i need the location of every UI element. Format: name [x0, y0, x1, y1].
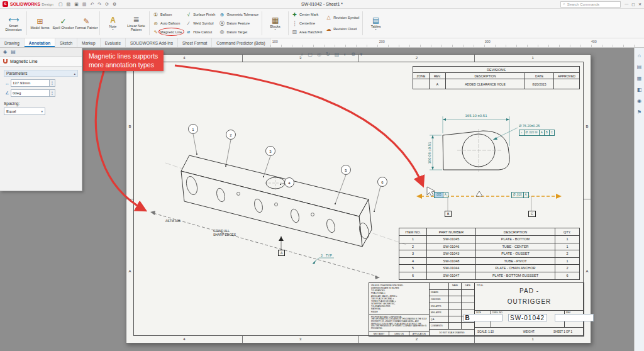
auto-balloon-button[interactable]: ⊙ Auto Balloon	[153, 20, 182, 28]
area-hatch-fill-button[interactable]: ▨ Area Hatch/Fill	[292, 28, 322, 36]
material-note[interactable]: ASTM A36	[165, 219, 180, 223]
property-manager-tab-icon[interactable]: ◈	[3, 49, 7, 55]
hud-more-icon[interactable]: ▾	[360, 52, 362, 58]
dimension-height[interactable]	[430, 135, 442, 170]
feature-control-frame-detail[interactable]: ⌖ Ø .020 Ⓜ A B C	[519, 130, 555, 136]
spell-checker-button[interactable]: ✓ Spell Checker	[52, 10, 75, 36]
feature-control-frame-2[interactable]: Ø .010 A	[511, 192, 529, 198]
tab-sheet-format[interactable]: Sheet Format	[178, 38, 212, 47]
datum-a-box[interactable]: A	[278, 250, 285, 256]
model-items-button[interactable]: ⊞ Model Items	[28, 10, 52, 36]
balloon-6[interactable]	[378, 177, 387, 187]
linear-note-pattern-button[interactable]: ≣ Linear Note Pattern	[125, 10, 148, 36]
rotate-view-icon[interactable]: ↻	[326, 52, 330, 58]
dimension-width[interactable]	[443, 116, 509, 146]
search-commands-input[interactable]: ⌕ Search Commands	[560, 1, 621, 8]
blocks-dropdown-icon[interactable]: ▾	[275, 28, 276, 31]
length-stepper[interactable]: ▴ ▾	[50, 79, 55, 87]
tables-button[interactable]: ▤ Tables ▾	[364, 10, 387, 36]
datum-b-box[interactable]: B	[445, 211, 452, 217]
resources-icon[interactable]: ⌂	[638, 53, 641, 58]
balloon-2[interactable]	[226, 130, 236, 140]
view-palette-icon[interactable]: ◧	[637, 87, 642, 92]
surface-finish-button[interactable]: √ Surface Finish	[186, 11, 215, 19]
grind-note[interactable]: GRIND ALL SHARP EDGES	[213, 229, 236, 237]
centerline-button[interactable]: ┆ Centerline	[292, 20, 322, 28]
magnetic-line-horizontal[interactable]	[416, 187, 562, 211]
balloon-5[interactable]	[341, 165, 351, 175]
revisions-table[interactable]: REVISIONS ZONE REV. DESCRIPTION DATE APP…	[413, 66, 580, 89]
rebuild-icon[interactable]: ⟳	[105, 2, 109, 7]
tab-sketch[interactable]: Sketch	[55, 38, 77, 47]
zoom-area-icon[interactable]: ▢	[308, 52, 313, 58]
angle-input[interactable]	[11, 89, 50, 97]
balloon-1[interactable]	[189, 125, 198, 134]
tab-command-predictor[interactable]: Command Predictor (Beta)	[212, 38, 270, 47]
revision-symbol-button[interactable]: △ Revision Symbol	[326, 13, 359, 21]
minimize-button[interactable]: —	[625, 2, 628, 6]
weld-typ-note[interactable]: TYP	[326, 254, 332, 257]
view-orientation-icon[interactable]: ◎	[317, 52, 321, 58]
balloon-4[interactable]	[285, 178, 294, 187]
isometric-view[interactable]	[181, 155, 372, 247]
note-dropdown-icon[interactable]: ▾	[112, 28, 113, 31]
redo-icon[interactable]: ↷	[97, 2, 101, 7]
design-library-icon[interactable]: ▤	[637, 64, 642, 70]
balloon-button[interactable]: ① Balloon	[153, 11, 182, 19]
graphics-area[interactable]: ⌕ ▢ ◎ ↻ ▤ ◐ ⚙ ▾ 43 21 43 21 BA	[0, 48, 634, 351]
close-button[interactable]: ✕	[638, 2, 641, 6]
magnetic-line-diagonal[interactable]	[153, 213, 377, 276]
length-input[interactable]	[11, 79, 50, 87]
hide-show-icon[interactable]: ◐	[343, 52, 347, 58]
format-painter-button[interactable]: ✎ Format Painter	[75, 10, 98, 36]
spacing-select[interactable]: Equal ▾	[4, 108, 45, 115]
diameter-callout[interactable]: Ø 76.20±0.25	[519, 124, 540, 128]
smart-dimension-button[interactable]: ⟷ Smart Dimension	[2, 10, 25, 36]
print-icon[interactable]: ▥	[82, 2, 87, 7]
feature-control-frame-1[interactable]: .005 A	[434, 192, 448, 198]
detail-view[interactable]: 165.10 ±0.51 100.08 ±0.51	[428, 114, 518, 172]
appearances-icon[interactable]: ◉	[637, 98, 641, 104]
angle-stepper[interactable]: ▴ ▾	[50, 89, 55, 97]
note-button[interactable]: A Note ▾	[101, 10, 125, 36]
datum-c-box[interactable]: C	[528, 211, 536, 217]
zoom-icon[interactable]: ⌕	[301, 52, 303, 58]
new-icon[interactable]: ▢	[58, 2, 63, 7]
tab-annotation[interactable]: Annotation	[25, 38, 55, 47]
center-mark-button[interactable]: ✚ Center Mark	[292, 11, 322, 19]
tab-solidworks-add-ins[interactable]: SOLIDWORKS Add-Ins	[126, 38, 178, 47]
custom-properties-icon[interactable]: ⚑	[637, 109, 641, 115]
undo-icon[interactable]: ↶	[90, 2, 94, 7]
balloon-callouts[interactable]: 1 2 3 4 5 6	[189, 125, 387, 213]
balloon-3[interactable]	[266, 147, 275, 156]
display-pane-tab-icon[interactable]: ▤	[11, 49, 16, 55]
revision-cloud-button[interactable]: ☁ Revision Cloud	[326, 25, 359, 33]
datum-a-symbol[interactable]	[279, 236, 284, 250]
blocks-button[interactable]: ▦ Blocks ▾	[264, 10, 287, 36]
datum-feature-button[interactable]: Ⓐ Datum Feature	[219, 20, 258, 28]
weld-size-note[interactable]: 3	[321, 254, 323, 257]
tab-drawing[interactable]: Drawing	[0, 38, 25, 47]
hole-callout-button[interactable]: ⌀ Hole Callout	[186, 28, 215, 36]
datum-target-button[interactable]: ◎ Datum Target	[219, 28, 258, 36]
save-icon[interactable]: ▣	[74, 2, 79, 7]
file-explorer-icon[interactable]: ▦	[637, 75, 642, 81]
weld-symbol-annotation[interactable]	[313, 258, 334, 264]
stepper-down-icon[interactable]: ▾	[52, 83, 53, 86]
tables-dropdown-icon[interactable]: ▾	[375, 28, 377, 31]
bill-of-materials-table[interactable]: ITEM NO. PART NUMBER DESCRIPTION QTY. 1S…	[399, 228, 580, 280]
tab-markup[interactable]: Markup	[77, 38, 101, 47]
collapse-icon[interactable]: ▴	[74, 72, 75, 75]
datum-triangle-symbol[interactable]	[476, 191, 482, 196]
stepper-down-icon[interactable]: ▾	[52, 93, 53, 96]
maximize-button[interactable]: ▢	[631, 2, 635, 6]
weld-symbol-button[interactable]: ∕ Weld Symbol	[186, 20, 215, 28]
parameters-section-header[interactable]: Parameters ▴	[4, 70, 78, 77]
display-style-icon[interactable]: ▤	[335, 52, 340, 58]
view-settings-icon[interactable]: ⚙	[351, 52, 355, 58]
options-icon[interactable]: ⚙	[113, 2, 116, 7]
open-icon[interactable]: ▧	[67, 2, 71, 7]
geometric-tolerance-button[interactable]: ⊕ Geometric Tolerance	[219, 11, 258, 19]
magnetic-line-button[interactable]: ∿ Magnetic Line	[153, 28, 182, 36]
tab-evaluate[interactable]: Evaluate	[101, 38, 126, 47]
